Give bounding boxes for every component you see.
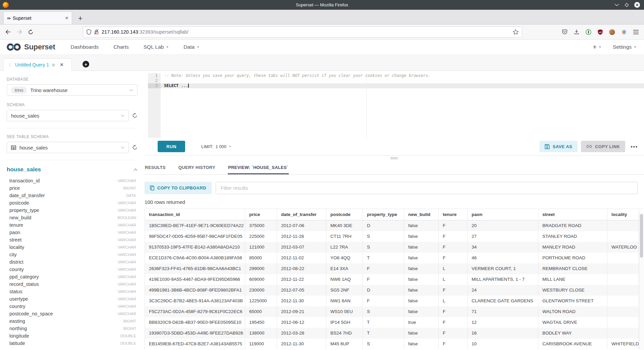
more-options-button[interactable]: ••• [629, 144, 638, 149]
table-row[interactable]: ECE1D376-C9A6-4C00-B004-A380B189FA568500… [145, 253, 644, 263]
bookmark-star-icon[interactable] [513, 29, 519, 35]
header-cell[interactable]: paon [468, 209, 538, 220]
header-cell[interactable]: tenure [439, 209, 468, 220]
reload-icon[interactable] [28, 30, 33, 35]
header-cell[interactable]: transaction_id [145, 209, 245, 220]
query-tab[interactable]: ⋮ Untitled Query 1 × [3, 58, 72, 71]
table-cell: T [363, 328, 404, 339]
window-close-icon[interactable]: ✕ [634, 2, 640, 8]
results-tab[interactable]: QUERY HISTORY [178, 163, 216, 174]
table-row[interactable]: EB1459EB-67ED-47C8-B2E7-A38143AB55751190… [145, 339, 644, 349]
add-new-button[interactable]: +▼ [593, 43, 601, 51]
column-list-item[interactable]: date_of_transfer DATE [7, 192, 138, 199]
header-cell[interactable]: new_build [404, 209, 439, 220]
header-cell[interactable]: price [245, 209, 277, 220]
results-tab[interactable]: RESULTS [145, 163, 166, 174]
menu-hamburger-icon[interactable] [633, 30, 639, 34]
table-row[interactable]: F5C273AC-0D2A-458F-8279-9C61F0C22EC66500… [145, 306, 644, 317]
filter-results-input[interactable] [216, 182, 638, 194]
schema-select[interactable]: house_sales [7, 110, 129, 121]
copy-to-clipboard-button[interactable]: COPY TO CLIPBOARD [145, 182, 212, 194]
column-list-item[interactable]: latitude DOUBLE [7, 340, 138, 347]
header-cell[interactable]: postcode [326, 209, 363, 220]
database-select[interactable]: trino Trino warehouse [7, 84, 138, 96]
copy-link-button[interactable]: COPY LINK [581, 141, 625, 152]
results-tab[interactable]: PREVIEW: `HOUSE_SALES` [228, 163, 289, 174]
column-list-item[interactable]: county VARCHAR [7, 266, 138, 273]
column-list-item[interactable]: tenure VARCHAR [7, 221, 138, 229]
header-cell[interactable]: locality [607, 209, 639, 220]
column-list-item[interactable]: record_status VARCHAR [7, 280, 138, 288]
column-list-item[interactable]: transaction_id VARCHAR [7, 177, 138, 184]
table-row[interactable]: 91370533-19F5-47FE-B142-A380A8ADA2101210… [145, 242, 644, 253]
column-list-item[interactable]: paon VARCHAR [7, 229, 138, 236]
results-scrollbar[interactable] [639, 213, 644, 350]
collapse-chevron-icon[interactable] [133, 168, 138, 171]
column-list-item[interactable]: country VARCHAR [7, 303, 138, 310]
header-cell[interactable]: property_type [363, 209, 404, 220]
column-list-item[interactable]: status VARCHAR [7, 288, 138, 295]
nav-item-sql-lab[interactable]: SQL Lab▼ [144, 44, 169, 50]
splitter-grip-icon[interactable] [390, 157, 398, 159]
limit-dropdown[interactable]: LIMIT: 1 000 ▼ [201, 144, 231, 149]
table-name-heading[interactable]: house_sales [7, 166, 133, 173]
table-row[interactable]: 2636F323-FF41-4765-81DB-98CAA6A43BC12990… [145, 263, 644, 274]
save-as-button[interactable]: SAVE AS [539, 141, 578, 152]
back-icon[interactable] [5, 30, 11, 34]
scrollbar-thumb[interactable] [640, 214, 643, 258]
query-tab-close-icon[interactable]: × [60, 62, 63, 68]
column-list-item[interactable]: ppd_category VARCHAR [7, 273, 138, 280]
refresh-table-icon[interactable] [132, 145, 138, 150]
column-list-item[interactable]: price BIGINT [7, 184, 138, 192]
window-minimize-icon[interactable] [614, 3, 619, 6]
column-list-item[interactable]: street VARCHAR [7, 236, 138, 244]
pocket-icon[interactable] [562, 29, 568, 35]
table-row[interactable]: 98F5DC47-0D05-4D59-95B7-98CA6F1FDE052250… [145, 231, 644, 242]
superset-brand[interactable]: Superset [6, 43, 55, 51]
new-tab-button[interactable]: + [78, 15, 83, 22]
editor-code-area[interactable]: -- Note: Unless you save your query, the… [161, 73, 644, 138]
settings-menu[interactable]: Settings▼ [613, 44, 637, 50]
column-list-item[interactable]: longitude DOUBLE [7, 332, 138, 340]
table-row[interactable]: 499B1981-3B6B-4BCD-808F-9FED9802BFA12300… [145, 285, 644, 296]
column-list-item[interactable]: postcode VARCHAR [7, 199, 138, 207]
tracking-shield-icon[interactable] [87, 29, 91, 35]
column-list-item[interactable]: northing BIGINT [7, 325, 138, 332]
column-list-item[interactable]: district VARCHAR [7, 258, 138, 266]
multiaccount-extension-icon[interactable] [621, 29, 627, 35]
privacy-extension-icon[interactable] [586, 29, 591, 35]
nav-item-charts[interactable]: Charts [113, 44, 129, 50]
column-list-item[interactable]: property_type VARCHAR [7, 207, 138, 214]
table-row[interactable]: 1B5C39ED-BE7F-41EF-9E71-9C60EED74A223750… [145, 220, 644, 231]
sql-editor[interactable]: 1 2 3 -- Note: Unless you save your quer… [148, 73, 644, 138]
url-field[interactable]: 217.160.120.143:32393/superset/sqllab/ [83, 27, 522, 38]
cookie-extension-icon[interactable] [609, 29, 615, 35]
new-query-tab-button[interactable]: + [83, 61, 89, 68]
insecure-lock-icon[interactable] [94, 29, 99, 35]
column-list-item[interactable]: city VARCHAR [7, 251, 138, 258]
table-row[interactable]: 419E1030-9A55-4467-8DA9-9FED95D659666090… [145, 274, 644, 285]
browser-tab[interactable]: ∞ Superset × [3, 11, 72, 24]
table-row[interactable]: BB8320C9-D82B-4B37-90E0-9FEE05095E101954… [145, 317, 644, 328]
header-cell[interactable]: street [538, 209, 607, 220]
drag-grip-icon[interactable]: ⋮ [8, 62, 12, 68]
tab-close-icon[interactable]: × [65, 15, 68, 21]
table-schema-select[interactable]: house_sales [7, 142, 129, 153]
table-row[interactable]: 193907D3-5DBD-453D-A49E-9FEE27DAB9261380… [145, 328, 644, 339]
window-maximize-icon[interactable] [625, 3, 629, 7]
column-list-item[interactable]: easting BIGINT [7, 317, 138, 325]
nav-item-dashboards[interactable]: Dashboards [71, 44, 99, 50]
nav-item-data[interactable]: Data▼ [183, 44, 200, 50]
download-icon[interactable] [574, 29, 579, 35]
pane-splitter[interactable] [144, 155, 644, 161]
column-list-item[interactable]: usertype VARCHAR [7, 295, 138, 303]
refresh-schema-icon[interactable] [132, 113, 138, 118]
column-list-item[interactable]: new_build BOOLEAN [7, 214, 138, 221]
column-list-item[interactable]: postcode_no_space VARCHAR [7, 310, 138, 317]
run-button[interactable]: RUN [158, 141, 185, 152]
table-row[interactable]: 3C3C29DC-B7B2-4BE5-914A-A38123AF403B1225… [145, 296, 644, 306]
forward-icon[interactable] [17, 30, 22, 34]
ublock-icon[interactable]: uO [598, 29, 603, 35]
header-cell[interactable]: date_of_transfer [277, 209, 326, 220]
column-list-item[interactable]: locality VARCHAR [7, 244, 138, 251]
